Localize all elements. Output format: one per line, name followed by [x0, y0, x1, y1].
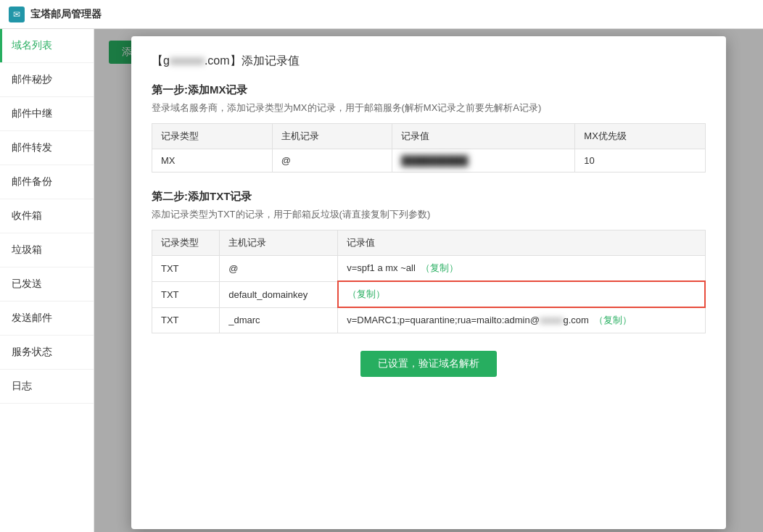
dialog-footer: 已设置，验证域名解析 — [152, 351, 706, 377]
sidebar-item-send-mail[interactable]: 发送邮件 — [0, 302, 94, 336]
col-record-value-2: 记录值 — [338, 230, 705, 256]
sidebar: 域名列表 邮件秘抄 邮件中继 邮件转发 邮件备份 收件箱 垃圾箱 已发送 发送邮… — [0, 29, 94, 532]
sidebar-item-trash[interactable]: 垃圾箱 — [0, 233, 94, 267]
sidebar-item-sent[interactable]: 已发送 — [0, 267, 94, 302]
copy-dkim-button[interactable]: （复制） — [347, 288, 385, 299]
copy-dmarc-button[interactable]: （复制） — [594, 315, 632, 325]
dialog-overlay: 【gxxxxxx.com】添加记录值 第一步:添加MX记录 登录域名服务商，添加… — [94, 29, 763, 532]
table-row: TXT default_domainkey （复制） — [152, 281, 706, 307]
mx-value-cell: ██████████ — [392, 149, 575, 173]
step2-desc: 添加记录类型为TXT的记录，用于邮箱反垃圾(请直接复制下列参数) — [152, 208, 706, 221]
sidebar-item-mail-relay[interactable]: 邮件中继 — [0, 97, 94, 131]
mx-priority-cell: 10 — [575, 149, 706, 173]
step1-title: 第一步:添加MX记录 — [152, 83, 706, 97]
txt-type-cell-2: TXT — [152, 281, 220, 307]
txt-host-cell-3: _dmarc — [220, 307, 338, 333]
sidebar-item-service-status[interactable]: 服务状态 — [0, 336, 94, 370]
txt-host-cell-1: @ — [220, 256, 338, 282]
txt-record-table: 记录类型 主机记录 记录值 TXT @ v=spf1 a mx ~all — [152, 230, 706, 333]
sidebar-item-domain-list[interactable]: 域名列表 — [0, 29, 94, 63]
table-row: TXT @ v=spf1 a mx ~all （复制） — [152, 256, 706, 282]
verify-domain-button[interactable]: 已设置，验证域名解析 — [360, 351, 497, 377]
main-layout: 域名列表 邮件秘抄 邮件中继 邮件转发 邮件备份 收件箱 垃圾箱 已发送 发送邮… — [0, 29, 763, 532]
txt-type-cell-1: TXT — [152, 256, 220, 282]
mx-type-cell: MX — [152, 149, 273, 173]
topbar: ✉ 宝塔邮局管理器 — [0, 0, 763, 29]
col-record-type-2: 记录类型 — [152, 230, 220, 256]
sidebar-item-mail-bcc[interactable]: 邮件秘抄 — [0, 63, 94, 97]
sidebar-item-logs[interactable]: 日志 — [0, 370, 94, 404]
col-host-record-2: 主机记录 — [220, 230, 338, 256]
txt-value-cell-2: （复制） — [338, 281, 705, 307]
copy-spf-button[interactable]: （复制） — [421, 262, 458, 273]
app-icon: ✉ — [9, 7, 25, 22]
app-title: 宝塔邮局管理器 — [30, 8, 102, 21]
sidebar-item-mail-backup[interactable]: 邮件备份 — [0, 165, 94, 199]
step2-title: 第二步:添加TXT记录 — [152, 190, 706, 204]
table-row: MX @ ██████████ 10 — [152, 149, 706, 173]
main-content: 添加域名 【gxxxxxx.com】添加记录值 第一步:添加MX记录 登录域名服… — [94, 29, 763, 532]
mx-host-cell: @ — [272, 149, 392, 173]
col-record-type-1: 记录类型 — [152, 124, 273, 149]
mx-record-table: 记录类型 主机记录 记录值 MX优先级 MX @ ██████████ — [152, 123, 706, 173]
txt-host-cell-2: default_domainkey — [220, 281, 338, 307]
txt-value-cell-3: v=DMARC1;p=quarantine;rua=mailto:admin@x… — [338, 307, 705, 333]
table-row: TXT _dmarc v=DMARC1;p=quarantine;rua=mai… — [152, 307, 706, 333]
col-mx-priority: MX优先级 — [575, 124, 706, 149]
sidebar-item-mail-forward[interactable]: 邮件转发 — [0, 131, 94, 165]
col-record-value-1: 记录值 — [392, 124, 575, 149]
dialog-title: 【gxxxxxx.com】添加记录值 — [152, 54, 706, 69]
add-record-dialog: 【gxxxxxx.com】添加记录值 第一步:添加MX记录 登录域名服务商，添加… — [131, 36, 726, 529]
step1-desc: 登录域名服务商，添加记录类型为MX的记录，用于邮箱服务(解析MX记录之前要先解析… — [152, 101, 706, 115]
txt-type-cell-3: TXT — [152, 307, 220, 333]
sidebar-item-inbox[interactable]: 收件箱 — [0, 199, 94, 233]
col-host-record-1: 主机记录 — [272, 124, 392, 149]
txt-value-cell-1: v=spf1 a mx ~all （复制） — [338, 256, 705, 282]
